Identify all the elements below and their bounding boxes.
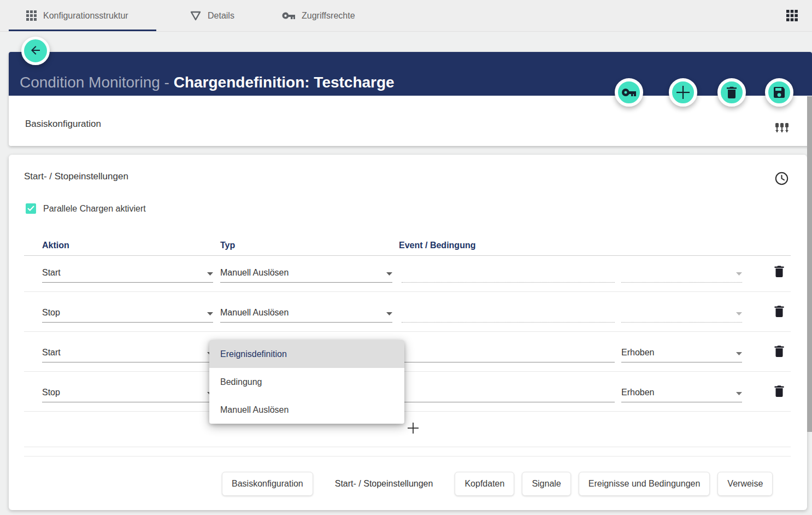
col-event-bedingung: Event / Bedingung bbox=[399, 241, 475, 250]
typ-dropdown-menu: Ereignisdefinition Bedingung Manuell Aus… bbox=[209, 340, 404, 424]
nav-signale[interactable]: Signale bbox=[522, 472, 570, 496]
event-field[interactable] bbox=[402, 383, 615, 402]
back-button[interactable] bbox=[21, 37, 50, 65]
delete-row-button[interactable] bbox=[772, 384, 786, 399]
divider bbox=[24, 456, 791, 457]
key-icon bbox=[622, 88, 636, 97]
delete-row-button[interactable] bbox=[772, 344, 786, 359]
funnel-icon bbox=[190, 11, 201, 21]
chevron-down-icon bbox=[207, 272, 213, 276]
typ-select[interactable]: Manuell Auslösen bbox=[220, 263, 392, 283]
tab-details[interactable]: Details bbox=[190, 0, 234, 31]
event-field-disabled bbox=[402, 303, 615, 323]
qualifier-select[interactable]: Erhoben bbox=[621, 343, 742, 362]
arrow-left-icon bbox=[29, 44, 42, 58]
nav-kopfdaten[interactable]: Kopfdaten bbox=[455, 472, 514, 496]
subsection-title: Basiskonfiguration bbox=[25, 119, 101, 130]
trash-icon bbox=[773, 351, 785, 359]
table-row: Start Erhoben bbox=[24, 331, 791, 372]
parallel-charges-row: Parallele Chargen aktiviert bbox=[26, 203, 146, 214]
checkbox-checked[interactable] bbox=[26, 203, 36, 214]
typ-value: Manuell Auslösen bbox=[220, 308, 383, 318]
event-field-disabled bbox=[402, 263, 615, 283]
checkbox-label: Parallele Chargen aktiviert bbox=[43, 204, 146, 214]
apps-grid-icon[interactable] bbox=[786, 10, 798, 24]
plus-icon bbox=[407, 422, 420, 436]
save-fab[interactable] bbox=[765, 78, 793, 107]
grid-icon bbox=[26, 10, 37, 21]
qualifier-select-disabled bbox=[621, 263, 742, 283]
menu-item-bedingung[interactable]: Bedingung bbox=[209, 368, 404, 396]
add-entry-button[interactable] bbox=[402, 418, 424, 440]
clock-icon[interactable] bbox=[774, 171, 789, 188]
tab-label: Details bbox=[208, 11, 234, 21]
scrollbar-thumb[interactable] bbox=[807, 96, 812, 432]
chevron-down-icon bbox=[207, 312, 213, 315]
page-title-prefix: Condition Monitoring - bbox=[20, 74, 174, 91]
tab-label: Zugriffsrechte bbox=[302, 11, 355, 21]
event-field[interactable] bbox=[402, 343, 615, 362]
page-title: Condition Monitoring - Chargendefinition… bbox=[20, 73, 395, 92]
qualifier-value: Erhoben bbox=[621, 388, 733, 397]
top-tab-bar: Konfigurationsstruktur Details Zugriffsr… bbox=[0, 0, 812, 32]
nav-start-stopeinstellungen-active[interactable]: Start- / Stopeinstellungen bbox=[321, 472, 448, 495]
add-fab[interactable] bbox=[669, 78, 697, 107]
col-typ: Typ bbox=[220, 241, 235, 250]
page-title-main: Chargendefinition: Testcharge bbox=[174, 74, 395, 91]
qualifier-select[interactable]: Erhoben bbox=[621, 383, 742, 402]
tab-zugriffsrechte[interactable]: Zugriffsrechte bbox=[282, 0, 355, 31]
nav-basiskonfiguration[interactable]: Basiskonfiguration bbox=[222, 472, 313, 496]
add-row bbox=[24, 411, 791, 447]
delete-row-button[interactable] bbox=[772, 304, 786, 319]
table-row: Start Manuell Auslösen bbox=[24, 255, 791, 292]
aktion-select[interactable]: Start bbox=[42, 343, 213, 362]
typ-select[interactable]: Manuell Auslösen bbox=[220, 303, 392, 323]
aktion-value: Stop bbox=[42, 308, 204, 318]
aktion-value: Stop bbox=[42, 388, 204, 397]
aktion-value: Start bbox=[42, 348, 204, 358]
delete-fab[interactable] bbox=[717, 78, 746, 107]
menu-item-manuell-ausloesen[interactable]: Manuell Auslösen bbox=[209, 396, 404, 424]
aktion-value: Start bbox=[42, 268, 204, 278]
permissions-fab[interactable] bbox=[615, 78, 643, 107]
tab-label: Konfigurationsstruktur bbox=[43, 11, 128, 21]
delete-row-button[interactable] bbox=[772, 264, 786, 279]
section-title: Start- / Stopeinstellungen bbox=[24, 171, 128, 182]
table-row: Stop Erhoben bbox=[24, 371, 791, 412]
menu-item-ereignisdefinition[interactable]: Ereignisdefinition bbox=[209, 340, 404, 368]
plus-icon bbox=[675, 85, 691, 100]
chevron-down-icon bbox=[736, 352, 742, 355]
active-tab-indicator bbox=[9, 30, 156, 31]
table-header-row: Aktion Typ Event / Bedingung bbox=[24, 239, 791, 256]
chevron-down-icon bbox=[736, 392, 742, 395]
nav-verweise[interactable]: Verweise bbox=[717, 472, 773, 496]
trash-icon bbox=[773, 311, 785, 319]
trash-icon bbox=[773, 391, 785, 399]
qualifier-select-disabled bbox=[621, 303, 742, 323]
qualifier-value: Erhoben bbox=[621, 348, 733, 358]
trash-icon bbox=[726, 86, 738, 99]
key-icon bbox=[282, 12, 295, 20]
section-nav: Basiskonfiguration Start- / Stopeinstell… bbox=[222, 472, 773, 496]
chevron-down-icon bbox=[386, 272, 392, 276]
typ-value: Manuell Auslösen bbox=[220, 268, 383, 278]
col-aktion: Aktion bbox=[42, 241, 69, 250]
table-row: Stop Manuell Auslösen bbox=[24, 291, 791, 332]
save-icon bbox=[773, 86, 786, 99]
start-stop-card: Start- / Stopeinstellungen Parallele Cha… bbox=[9, 155, 807, 510]
chevron-down-icon bbox=[736, 312, 742, 315]
sliders-icon[interactable] bbox=[775, 121, 789, 137]
app-window: Konfigurationsstruktur Details Zugriffsr… bbox=[0, 0, 812, 515]
aktion-select[interactable]: Start bbox=[42, 263, 213, 283]
aktion-select[interactable]: Stop bbox=[42, 303, 213, 323]
nav-ereignisse-und-bedingungen[interactable]: Ereignisse und Bedingungen bbox=[579, 472, 710, 496]
trash-icon bbox=[773, 271, 785, 279]
chevron-down-icon bbox=[736, 272, 742, 276]
aktion-select[interactable]: Stop bbox=[42, 383, 213, 402]
tab-konfigurationsstruktur[interactable]: Konfigurationsstruktur bbox=[26, 0, 128, 31]
chevron-down-icon bbox=[386, 312, 392, 315]
